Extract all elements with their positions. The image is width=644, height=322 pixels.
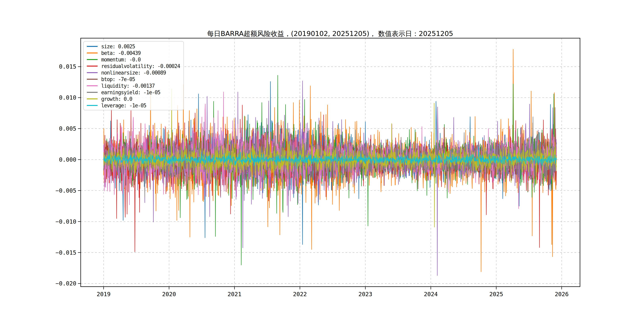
x-tick-label: 2025 (489, 291, 503, 298)
y-tick-label: −0.010 (56, 218, 76, 225)
legend-row-residualvolatility: residualvolatility: -0.00024 (85, 63, 180, 69)
legend-label: momentum: -0.0 (101, 57, 140, 62)
legend-label: nonlinearsize: -0.00089 (101, 70, 166, 76)
y-tick-label: 0.015 (59, 63, 76, 70)
legend-row-nonlinearsize: nonlinearsize: -0.00089 (85, 69, 180, 76)
legend-swatch-growth (87, 98, 98, 100)
legend-label: size: 0.0025 (101, 44, 135, 50)
legend-label: beta: -0.00439 (101, 50, 140, 56)
legend-row-leverage: leverage: -1e-05 (85, 102, 180, 109)
legend-row-momentum: momentum: -0.0 (85, 56, 180, 63)
legend-label: btop: -7e-05 (101, 76, 135, 82)
legend-row-growth: growth: 0.0 (85, 96, 180, 102)
figure-canvas: 每日BARRA超额风险收益，(20190102, 20251205)， 数值表示… (0, 0, 644, 322)
legend-swatch-beta (87, 52, 98, 54)
legend-row-liquidity: liquidity: -0.00137 (85, 82, 180, 89)
x-tick-label: 2023 (358, 291, 372, 298)
legend-swatch-earningsyield (87, 92, 98, 93)
legend-swatch-residualvolatility (87, 66, 98, 66)
legend-swatch-momentum (87, 59, 98, 60)
x-tick-label: 2022 (293, 291, 307, 298)
x-tick-label: 2021 (228, 291, 242, 298)
legend-label: liquidity: -0.00137 (101, 83, 155, 89)
chart-title: 每日BARRA超额风险收益，(20190102, 20251205)， 数值表示… (207, 30, 453, 38)
legend-label: leverage: -1e-05 (101, 102, 146, 108)
legend-row-size: size: 0.0025 (85, 43, 180, 50)
legend-label: residualvolatility: -0.00024 (101, 63, 180, 69)
x-tick-label: 2026 (555, 291, 569, 298)
legend-row-beta: beta: -0.00439 (85, 50, 180, 56)
legend-row-btop: btop: -7e-05 (85, 76, 180, 82)
x-tick-label: 2019 (96, 291, 110, 298)
y-tick-label: 0.000 (59, 156, 76, 163)
legend-label: earningsyield: -1e-05 (101, 90, 160, 96)
legend-swatch-liquidity (87, 85, 98, 86)
legend-swatch-leverage (87, 105, 98, 106)
y-tick-label: −0.005 (56, 187, 76, 194)
legend-swatch-nonlinearsize (87, 72, 98, 73)
legend-label: growth: 0.0 (101, 96, 132, 102)
legend-row-earningsyield: earningsyield: -1e-05 (85, 89, 180, 96)
y-tick-label: −0.020 (56, 280, 76, 287)
y-tick-label: −0.015 (56, 249, 76, 256)
x-tick-label: 2020 (162, 291, 176, 298)
y-tick-label: 0.010 (59, 94, 76, 101)
legend-swatch-size (87, 46, 98, 47)
legend: size: 0.0025beta: -0.00439momentum: -0.0… (83, 41, 184, 110)
legend-swatch-btop (87, 79, 98, 80)
x-tick-label: 2024 (424, 291, 438, 298)
y-tick-label: 0.005 (59, 125, 76, 132)
